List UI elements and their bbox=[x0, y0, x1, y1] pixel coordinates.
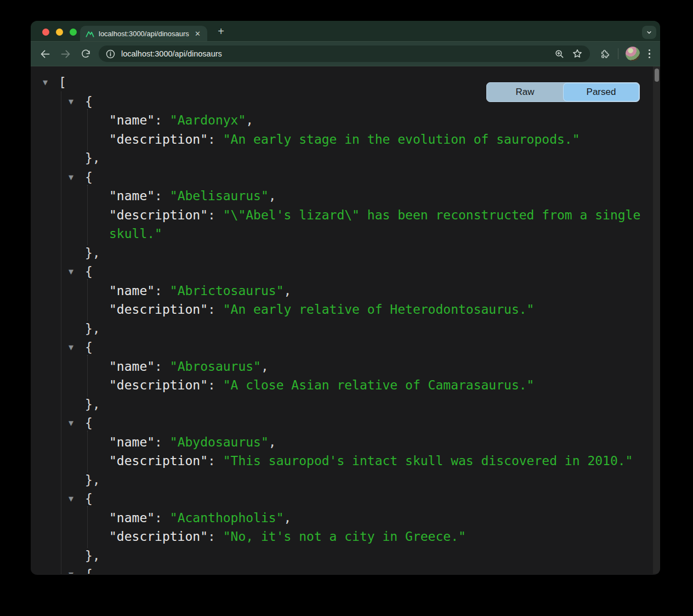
colon: : bbox=[155, 359, 170, 374]
object-close-line: }, bbox=[31, 395, 660, 414]
json-key: "description" bbox=[109, 454, 208, 468]
collapse-toggle-icon[interactable]: ▼ bbox=[69, 495, 73, 503]
description-line: "description": "\"Abel's lizard\" has be… bbox=[31, 206, 660, 244]
collapse-toggle-icon[interactable]: ▼ bbox=[69, 419, 73, 427]
json-string-value: "Aardonyx" bbox=[170, 113, 246, 127]
colon: : bbox=[208, 302, 223, 317]
chevron-down-icon bbox=[645, 29, 653, 36]
extensions-puzzle-icon[interactable] bbox=[599, 48, 611, 60]
colon: : bbox=[208, 378, 223, 392]
browser-tab[interactable]: localhost:3000/api/dinosaurs ✕ bbox=[80, 26, 207, 41]
browser-menu-kebab-icon[interactable] bbox=[646, 47, 653, 61]
colon: : bbox=[208, 132, 223, 146]
scrollbar-track[interactable] bbox=[653, 66, 660, 574]
json-object: ▼{ "name": "Abrictosaurus", "description… bbox=[31, 262, 660, 338]
json-string-value: "Abrosaurus" bbox=[170, 359, 261, 374]
object-open-line: ▼{ bbox=[31, 489, 660, 508]
object-close-brace: }, bbox=[85, 246, 100, 260]
json-key: "name" bbox=[109, 511, 155, 525]
json-string-value: "Abelisaurus" bbox=[170, 189, 269, 203]
object-open-brace: { bbox=[85, 94, 93, 109]
new-tab-button[interactable]: + bbox=[215, 25, 227, 37]
colon: : bbox=[155, 511, 170, 525]
reload-button[interactable] bbox=[79, 47, 92, 60]
raw-tab[interactable]: Raw bbox=[487, 83, 563, 101]
json-string-value: "An early stage in the evolution of saur… bbox=[223, 132, 580, 146]
collapse-toggle-icon[interactable]: ▼ bbox=[69, 97, 73, 105]
json-key: "description" bbox=[109, 302, 208, 317]
comma: , bbox=[284, 284, 292, 298]
profile-avatar[interactable] bbox=[626, 47, 640, 61]
tab-close-icon[interactable]: ✕ bbox=[192, 29, 203, 38]
object-close-brace: }, bbox=[85, 321, 100, 336]
object-close-line: }, bbox=[31, 149, 660, 168]
maximize-window-button[interactable] bbox=[70, 29, 77, 36]
window-controls bbox=[42, 29, 77, 36]
site-info-icon[interactable] bbox=[104, 48, 116, 60]
json-object: ▼{ "name": "Abelisaurus", "description":… bbox=[31, 168, 660, 263]
object-open-brace: { bbox=[85, 264, 93, 279]
back-arrow-icon bbox=[39, 48, 51, 60]
browser-toolbar: localhost:3000/api/dinosaurs bbox=[31, 41, 660, 66]
close-window-button[interactable] bbox=[42, 29, 49, 36]
forward-button[interactable] bbox=[59, 47, 72, 60]
json-string-value: "No, it's not a city in Greece." bbox=[223, 529, 466, 544]
colon: : bbox=[155, 113, 170, 127]
toolbar-right-cluster bbox=[590, 47, 653, 61]
page-zoom-icon[interactable] bbox=[554, 48, 566, 60]
tab-search-chevron-button[interactable] bbox=[642, 26, 656, 39]
description-line: "description": "An early stage in the ev… bbox=[31, 130, 660, 149]
json-tree: ▼[ ▼{ "name": "Aardonyx", "description":… bbox=[31, 66, 660, 574]
json-object: ▼{ "name": "Acanthopholis", "description… bbox=[31, 489, 660, 565]
object-open-line: ▼{ bbox=[31, 338, 660, 357]
site-favicon-mountains-icon bbox=[86, 29, 94, 38]
minimize-window-button[interactable] bbox=[56, 29, 63, 36]
json-key: "description" bbox=[109, 208, 208, 222]
colon: : bbox=[208, 529, 223, 544]
browser-window: localhost:3000/api/dinosaurs ✕ + bbox=[31, 21, 660, 575]
collapse-toggle-icon[interactable]: ▼ bbox=[43, 78, 48, 87]
json-string-value: "Abydosaurus" bbox=[170, 435, 269, 449]
colon: : bbox=[208, 208, 223, 222]
scrollbar-thumb[interactable] bbox=[655, 69, 659, 82]
comma: , bbox=[261, 359, 269, 374]
object-open-line: ▼{ bbox=[31, 414, 660, 433]
comma: , bbox=[284, 511, 292, 525]
name-line: "name": "Acanthopholis", bbox=[31, 508, 660, 528]
json-key: "description" bbox=[109, 378, 208, 392]
json-string-value: "Acanthopholis" bbox=[170, 511, 284, 525]
collapse-toggle-icon[interactable]: ▼ bbox=[69, 343, 73, 352]
object-close-brace: }, bbox=[85, 549, 100, 563]
collapse-toggle-icon[interactable]: ▼ bbox=[69, 173, 73, 181]
object-close-brace: }, bbox=[85, 397, 100, 411]
comma: , bbox=[269, 189, 276, 203]
colon: : bbox=[155, 284, 170, 298]
page-content: Raw Parsed ▼[ ▼{ "name": "Aardonyx", "de… bbox=[31, 66, 660, 574]
name-line: "name": "Abrosaurus", bbox=[31, 357, 660, 376]
object-open-brace: { bbox=[85, 416, 93, 430]
object-open-brace: { bbox=[85, 170, 93, 184]
bookmark-star-icon[interactable] bbox=[571, 48, 583, 60]
address-bar[interactable]: localhost:3000/api/dinosaurs bbox=[99, 46, 590, 62]
json-string-value: "This sauropod's intact skull was discov… bbox=[223, 454, 633, 468]
collapse-toggle-icon[interactable]: ▼ bbox=[69, 268, 73, 276]
colon: : bbox=[208, 454, 223, 468]
colon: : bbox=[155, 435, 170, 449]
name-line: "name": "Abelisaurus", bbox=[31, 187, 660, 206]
description-line: "description": "This sauropod's intact s… bbox=[31, 451, 660, 471]
colon: : bbox=[155, 189, 170, 203]
name-line: "name": "Abrictosaurus", bbox=[31, 281, 660, 301]
json-key: "name" bbox=[109, 435, 155, 449]
object-open-brace: { bbox=[85, 340, 93, 354]
json-string-value: "Abrictosaurus" bbox=[170, 284, 284, 298]
tab-title: localhost:3000/api/dinosaurs bbox=[99, 30, 192, 38]
object-open-line: ▼{ bbox=[31, 168, 660, 187]
parsed-tab[interactable]: Parsed bbox=[563, 83, 639, 101]
json-key: "name" bbox=[109, 284, 155, 298]
json-string-value: "An early relative of Heterodontosaurus.… bbox=[223, 302, 535, 317]
back-button[interactable] bbox=[38, 47, 52, 60]
comma: , bbox=[246, 113, 253, 127]
collapse-toggle-icon[interactable]: ▼ bbox=[69, 570, 73, 574]
name-line: "name": "Abydosaurus", bbox=[31, 433, 660, 452]
address-bar-url: localhost:3000/api/dinosaurs bbox=[121, 49, 554, 58]
